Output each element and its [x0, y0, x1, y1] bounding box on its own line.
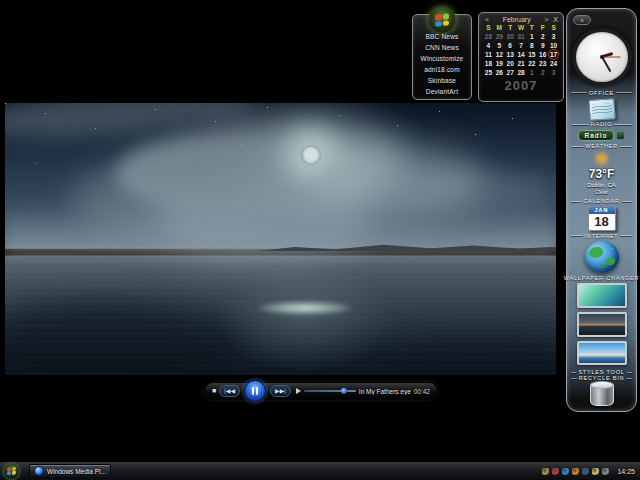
calendar-day-header: T	[526, 24, 537, 32]
calendar-day-5[interactable]: 5	[494, 41, 505, 50]
calendar-year-label: 2007	[479, 78, 563, 93]
link-skinbase[interactable]: Skinbase	[426, 76, 458, 85]
calendar-day-11[interactable]: 11	[483, 50, 494, 59]
calendar-close-button[interactable]: X	[552, 16, 559, 23]
system-tray: 14:25	[542, 468, 640, 475]
calendar-day-29[interactable]: 29	[494, 32, 505, 41]
notepad-icon[interactable]	[588, 98, 615, 121]
calendar-day-13[interactable]: 13	[505, 50, 516, 59]
cloud	[115, 133, 335, 213]
calendar-day-26[interactable]: 26	[494, 68, 505, 77]
calendar-day-28[interactable]: 28	[483, 32, 494, 41]
calendar-day-17[interactable]: 17	[548, 50, 559, 59]
section-office-label: OFFICE	[571, 90, 632, 96]
weather-temperature: 73°F	[589, 167, 614, 181]
section-wallpaper-label: WALLPAPER CHANGER	[571, 275, 632, 281]
tray-icon-6[interactable]	[592, 468, 599, 475]
calendar-day-3[interactable]: 3	[548, 68, 559, 77]
calendar-day-3[interactable]: 3	[548, 32, 559, 41]
wallpaper-thumbnail-2[interactable]	[577, 312, 627, 337]
calendar-prev-button[interactable]: <	[483, 16, 491, 23]
calendar-day-1[interactable]: 1	[526, 32, 537, 41]
calendar-day-25[interactable]: 25	[483, 68, 494, 77]
calendar-day-15[interactable]: 15	[526, 50, 537, 59]
media-player-video[interactable]	[5, 103, 556, 375]
weather-location: Dublin, CA	[587, 182, 616, 188]
recycle-bin-icon[interactable]	[590, 383, 614, 406]
calendar-day-22[interactable]: 22	[526, 59, 537, 68]
calendar-widget: < February > X SMTWTFS 28293031123456789…	[478, 12, 564, 102]
link-wincustomize[interactable]: Wincustomize	[419, 54, 466, 63]
link-cnn-news[interactable]: CNN News	[423, 43, 461, 52]
calendar-day-24[interactable]: 24	[548, 59, 559, 68]
tray-icon-1[interactable]	[542, 468, 549, 475]
calendar-header: < February > X	[479, 13, 563, 24]
wallpaper-thumbnail-3[interactable]	[577, 341, 627, 366]
tray-clock[interactable]: 14:25	[617, 468, 635, 475]
start-button[interactable]	[3, 463, 20, 480]
calendar-month-label: February	[491, 16, 542, 23]
calendar-day-7[interactable]: 7	[516, 41, 527, 50]
windows-flag-icon	[7, 467, 16, 476]
calendar-day-header: T	[505, 24, 516, 32]
tray-icon-4[interactable]	[572, 468, 579, 475]
calendar-day-9[interactable]: 9	[537, 41, 548, 50]
play-pause-button[interactable]	[244, 380, 266, 402]
calendar-day-12[interactable]: 12	[494, 50, 505, 59]
calendar-day-header: S	[548, 24, 559, 32]
calendar-day-19[interactable]: 19	[494, 59, 505, 68]
tray-icon-3[interactable]	[562, 468, 569, 475]
calendar-day-4[interactable]: 4	[483, 41, 494, 50]
volume-slider-knob[interactable]	[341, 388, 347, 394]
link-adni18-com[interactable]: adni18.com	[422, 65, 462, 74]
tray-icon-5[interactable]	[582, 468, 589, 475]
volume-icon[interactable]	[296, 388, 301, 394]
calendar-day-31[interactable]: 31	[516, 32, 527, 41]
task-label: Windows Media Pl...	[47, 468, 106, 475]
calendar-day-6[interactable]: 6	[505, 41, 516, 50]
calendar-day-28[interactable]: 28	[516, 68, 527, 77]
taskbar-task-media-player[interactable]: Windows Media Pl...	[29, 464, 111, 478]
calendar-day-headers: SMTWTFS	[479, 24, 563, 32]
calendar-day-8[interactable]: 8	[526, 41, 537, 50]
sun-icon[interactable]: ☀	[594, 151, 609, 168]
calendar-day-16[interactable]: 16	[537, 50, 548, 59]
link-bbc-news[interactable]: BBC News	[423, 32, 460, 41]
wallpaper-thumbnail-1[interactable]	[577, 283, 627, 308]
section-radio-label: RADIO	[571, 121, 632, 127]
analog-clock[interactable]	[572, 28, 632, 85]
radio-knob-icon	[616, 131, 625, 140]
volume-slider[interactable]	[304, 390, 356, 392]
calendar-day-2[interactable]: 2	[537, 32, 548, 41]
calendar-day-1[interactable]: 1	[526, 68, 537, 77]
calendar-day-20[interactable]: 20	[505, 59, 516, 68]
calendar-next-button[interactable]: >	[542, 16, 550, 23]
weather-condition: Clear	[595, 189, 608, 195]
calendar-day-23[interactable]: 23	[537, 59, 548, 68]
calendar-grid: 2829303112345678910111213141516171819202…	[479, 32, 563, 77]
calendar-page-icon[interactable]: JAN 18	[588, 206, 616, 231]
tray-icon-2[interactable]	[552, 468, 559, 475]
radio-button[interactable]: Radio	[578, 130, 624, 141]
desktop: BBC NewsCNN NewsWincustomizeadni18.comSk…	[0, 0, 640, 480]
calendar-day-30[interactable]: 30	[505, 32, 516, 41]
calendar-day-header: W	[516, 24, 527, 32]
calendar-day-2[interactable]: 2	[537, 68, 548, 77]
tray-icon-7[interactable]	[602, 468, 609, 475]
forward-button[interactable]: ▶▶|	[270, 385, 291, 397]
radio-button-label: Radio	[578, 130, 613, 141]
globe-icon[interactable]	[585, 241, 619, 273]
link-deviantart[interactable]: DeviantArt	[424, 87, 460, 96]
track-time: 00:42	[414, 388, 430, 395]
sidebar-close-button[interactable]: x	[573, 15, 591, 25]
stop-button[interactable]: ■	[212, 387, 216, 395]
calendar-day-header: S	[483, 24, 494, 32]
calendar-day-21[interactable]: 21	[516, 59, 527, 68]
calendar-day-14[interactable]: 14	[516, 50, 527, 59]
calendar-day-18[interactable]: 18	[483, 59, 494, 68]
calendar-day-header: F	[537, 24, 548, 32]
windows-logo-icon[interactable]	[428, 6, 456, 34]
rewind-button[interactable]: |◀◀	[219, 385, 240, 397]
section-weather-label: WEATHER	[571, 143, 632, 149]
calendar-day-27[interactable]: 27	[505, 68, 516, 77]
